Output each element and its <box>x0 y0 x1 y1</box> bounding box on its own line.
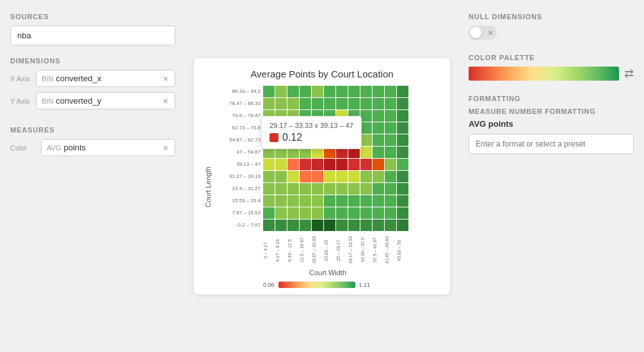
heatmap-cell[interactable] <box>312 207 323 219</box>
heatmap-cell[interactable] <box>324 86 335 97</box>
palette-swap-button[interactable]: ⇄ <box>624 67 634 81</box>
heatmap-cell[interactable] <box>300 183 311 195</box>
heatmap-cell[interactable] <box>336 171 348 182</box>
heatmap-cell[interactable] <box>336 195 348 207</box>
heatmap-cell[interactable] <box>385 134 396 146</box>
heatmap-cell[interactable] <box>287 195 299 207</box>
heatmap-cell[interactable] <box>263 183 275 195</box>
heatmap-cell[interactable] <box>397 86 408 97</box>
heatmap-cell[interactable] <box>275 159 287 170</box>
heatmap-cell[interactable] <box>373 183 384 195</box>
heatmap-cell[interactable] <box>385 110 396 122</box>
heatmap-cell[interactable] <box>263 86 275 97</box>
heatmap-cell[interactable] <box>275 98 287 109</box>
heatmap-cell[interactable] <box>373 98 384 109</box>
heatmap-cell[interactable] <box>360 195 372 207</box>
heatmap-cell[interactable] <box>312 195 323 207</box>
y-axis-tag[interactable]: BIN converted_y × <box>36 92 175 109</box>
heatmap-cell[interactable] <box>348 207 360 219</box>
heatmap-cell[interactable] <box>397 134 408 146</box>
heatmap-cell[interactable] <box>263 171 275 182</box>
heatmap-cell[interactable] <box>275 220 287 231</box>
heatmap-cell[interactable] <box>300 220 311 231</box>
heatmap-cell[interactable] <box>373 110 384 122</box>
heatmap-cell[interactable] <box>275 86 287 97</box>
heatmap-cell[interactable] <box>336 159 348 170</box>
heatmap-cell[interactable] <box>385 195 396 207</box>
heatmap-cell[interactable] <box>385 207 396 219</box>
heatmap-cell[interactable] <box>360 98 372 109</box>
heatmap-cell[interactable] <box>397 220 408 231</box>
heatmap-cell[interactable] <box>360 207 372 219</box>
heatmap-cell[interactable] <box>385 86 396 97</box>
heatmap-cell[interactable] <box>263 195 275 207</box>
heatmap-cell[interactable] <box>360 134 372 146</box>
heatmap-cell[interactable] <box>312 159 323 170</box>
heatmap-cell[interactable] <box>287 86 299 97</box>
heatmap-cell[interactable] <box>312 183 323 195</box>
heatmap-cell[interactable] <box>385 147 396 158</box>
heatmap-cell[interactable] <box>287 159 299 170</box>
heatmap-cell[interactable] <box>312 220 323 231</box>
heatmap-cell[interactable] <box>397 122 408 134</box>
heatmap-cell[interactable] <box>397 98 408 109</box>
heatmap-cell[interactable] <box>385 122 396 134</box>
heatmap-cell[interactable] <box>373 134 384 146</box>
heatmap-cell[interactable] <box>348 98 360 109</box>
heatmap-cell[interactable] <box>360 122 372 134</box>
heatmap-cell[interactable] <box>397 110 408 122</box>
heatmap-cell[interactable] <box>275 171 287 182</box>
heatmap-cell[interactable] <box>397 159 408 170</box>
heatmap-cell[interactable] <box>360 171 372 182</box>
heatmap-cell[interactable] <box>360 183 372 195</box>
heatmap-cell[interactable] <box>287 98 299 109</box>
heatmap-cell[interactable] <box>263 207 275 219</box>
heatmap-cell[interactable] <box>324 207 335 219</box>
heatmap-cell[interactable] <box>275 183 287 195</box>
heatmap-cell[interactable] <box>348 195 360 207</box>
heatmap-cell[interactable] <box>300 86 311 97</box>
heatmap-cell[interactable] <box>385 159 396 170</box>
heatmap-cell[interactable] <box>287 171 299 182</box>
x-axis-tag[interactable]: BIN converted_x × <box>36 70 175 87</box>
heatmap-cell[interactable] <box>348 159 360 170</box>
heatmap-cell[interactable] <box>263 220 275 231</box>
heatmap-cell[interactable] <box>360 220 372 231</box>
heatmap-cell[interactable] <box>397 147 408 158</box>
x-axis-remove-button[interactable]: × <box>162 74 170 83</box>
heatmap-cell[interactable] <box>385 171 396 182</box>
heatmap-cell[interactable] <box>263 159 275 170</box>
heatmap-cell[interactable] <box>324 183 335 195</box>
measure-remove-button[interactable]: × <box>162 143 170 152</box>
heatmap-cell[interactable] <box>300 98 311 109</box>
format-input[interactable] <box>469 134 634 154</box>
heatmap-cell[interactable] <box>336 183 348 195</box>
heatmap-cell[interactable] <box>385 220 396 231</box>
heatmap-cell[interactable] <box>348 183 360 195</box>
heatmap-cell[interactable] <box>348 86 360 97</box>
heatmap-cell[interactable] <box>385 183 396 195</box>
heatmap-cell[interactable] <box>373 171 384 182</box>
heatmap-cell[interactable] <box>324 171 335 182</box>
heatmap-cell[interactable] <box>300 171 311 182</box>
heatmap-cell[interactable] <box>287 183 299 195</box>
heatmap-cell[interactable] <box>324 98 335 109</box>
y-axis-remove-button[interactable]: × <box>162 97 170 106</box>
heatmap-cell[interactable] <box>336 207 348 219</box>
heatmap-cell[interactable] <box>373 220 384 231</box>
heatmap-cell[interactable] <box>397 195 408 207</box>
heatmap-cell[interactable] <box>385 98 396 109</box>
heatmap-cell[interactable] <box>275 195 287 207</box>
heatmap-cell[interactable] <box>287 207 299 219</box>
heatmap-cell[interactable] <box>360 159 372 170</box>
heatmap-cell[interactable] <box>324 220 335 231</box>
heatmap-cell[interactable] <box>373 147 384 158</box>
heatmap-cell[interactable] <box>336 86 348 97</box>
heatmap-cell[interactable] <box>373 86 384 97</box>
source-input[interactable] <box>10 26 175 45</box>
heatmap-cell[interactable] <box>360 86 372 97</box>
null-dimensions-toggle[interactable]: ✕ <box>469 26 497 40</box>
heatmap-cell[interactable] <box>348 220 360 231</box>
heatmap-cell[interactable] <box>324 195 335 207</box>
heatmap-cell[interactable] <box>300 195 311 207</box>
